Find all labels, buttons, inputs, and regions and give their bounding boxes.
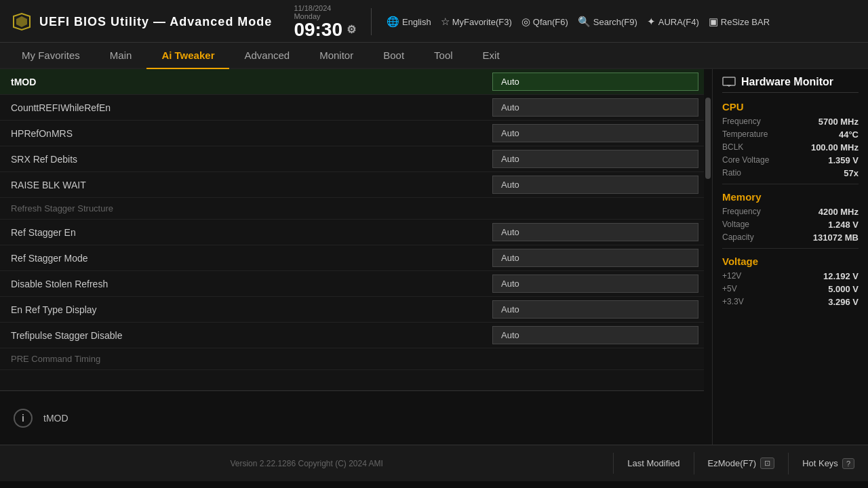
capacity-label: Capacity (722, 232, 754, 243)
nav-my-favorites[interactable]: My Favorites (7, 43, 95, 69)
section-value-placeholder (487, 206, 704, 211)
setting-value-area: Auto (487, 121, 704, 145)
hw-mem-frequency-row: Frequency 4200 MHz (722, 207, 859, 217)
value-box[interactable]: Auto (492, 223, 698, 241)
nav-bar: My Favorites Main Ai Tweaker Advanced Mo… (0, 43, 868, 69)
nav-ai-tweaker[interactable]: Ai Tweaker (146, 43, 229, 69)
core-voltage-label: Core Voltage (722, 155, 769, 165)
value-box[interactable]: Auto (492, 176, 698, 194)
value-box[interactable]: Auto (492, 98, 698, 117)
search-icon: 🔍 (578, 16, 591, 28)
hw-5v-row: +5V 5.000 V (722, 284, 859, 294)
qfan-link[interactable]: ◎ Qfan(F6) (521, 16, 568, 28)
hw-bclk-row: BCLK 100.00 MHz (722, 142, 859, 152)
info-text: tMOD (43, 413, 68, 424)
nav-advanced[interactable]: Advanced (229, 43, 304, 69)
svg-marker-1 (16, 16, 27, 27)
table-row[interactable]: En Ref Type Display Auto (0, 297, 704, 323)
cpu-temperature-value: 44°C (839, 129, 859, 140)
setting-value-area: Auto (487, 323, 704, 347)
setting-value-area: Auto (487, 96, 704, 119)
mem-voltage-value: 1.248 V (828, 220, 859, 230)
setting-value-area: Auto (487, 70, 704, 94)
app-title: UEFI BIOS Utility — Advanced Mode (39, 15, 272, 29)
12v-value: 12.192 V (823, 271, 859, 281)
setting-value-area: Auto (487, 147, 704, 171)
nav-main[interactable]: Main (95, 43, 147, 69)
scrollbar[interactable] (704, 69, 712, 445)
mem-frequency-label: Frequency (722, 207, 761, 217)
value-box[interactable]: Auto (492, 249, 698, 267)
table-row[interactable]: Ref Stagger En Auto (0, 220, 704, 245)
version-text: Version 2.22.1286 Copyright (C) 2024 AMI (0, 459, 613, 468)
monitor-icon (722, 77, 736, 87)
section-label: Refresh Stagger Structure (0, 198, 487, 219)
hw-ratio-row: Ratio 57x (722, 168, 859, 178)
table-row[interactable]: Ref Stagger Mode Auto (0, 245, 704, 271)
content-area: tMOD Auto CounttREFIWhileRefEn Auto HPRe… (0, 69, 712, 445)
main-layout: tMOD Auto CounttREFIWhileRefEn Auto HPRe… (0, 69, 868, 445)
fan-icon: ◎ (521, 16, 530, 28)
table-row[interactable]: Disable Stolen Refresh Auto (0, 271, 704, 297)
setting-label: tMOD (0, 71, 487, 93)
hw-monitor-title: Hardware Monitor (722, 76, 859, 93)
resize-icon: ▣ (709, 16, 718, 28)
settings-icon[interactable]: ⚙ (347, 24, 356, 35)
value-box[interactable]: Auto (492, 326, 698, 344)
cpu-frequency-label: Frequency (722, 117, 761, 127)
language-link[interactable]: 🌐 English (387, 16, 431, 28)
settings-panel: tMOD Auto CounttREFIWhileRefEn Auto HPRe… (0, 69, 704, 445)
33v-label: +3.3V (722, 297, 744, 307)
cpu-temperature-label: Temperature (722, 129, 768, 140)
value-box[interactable]: Auto (492, 73, 698, 91)
table-row[interactable]: HPRefOnMRS Auto (0, 121, 704, 146)
nav-boot[interactable]: Boot (368, 43, 419, 69)
nav-tool[interactable]: Tool (419, 43, 468, 69)
favorite-icon: ☆ (441, 16, 450, 28)
footer: Version 2.22.1286 Copyright (C) 2024 AMI… (0, 445, 868, 481)
section-value-placeholder (487, 357, 704, 362)
aura-link[interactable]: ✦ AURA(F4) (647, 16, 699, 28)
nav-exit[interactable]: Exit (468, 43, 515, 69)
ratio-value: 57x (844, 168, 859, 178)
divider (371, 8, 372, 35)
last-modified-button[interactable]: Last Modified (613, 453, 693, 474)
hw-cpu-frequency-row: Frequency 5700 MHz (722, 117, 859, 127)
hw-cpu-temperature-row: Temperature 44°C (722, 129, 859, 140)
table-row[interactable]: RAISE BLK WAIT Auto (0, 172, 704, 198)
time-display: 09:30 ⚙ (294, 20, 356, 39)
12v-label: +12V (722, 271, 741, 281)
value-box[interactable]: Auto (492, 124, 698, 142)
resize-bar-link[interactable]: ▣ ReSize BAR (709, 16, 770, 28)
setting-label: Disable Stolen Refresh (0, 273, 487, 295)
setting-label: SRX Ref Debits (0, 148, 487, 170)
svg-rect-2 (723, 77, 735, 85)
hardware-monitor-panel: Hardware Monitor CPU Frequency 5700 MHz … (712, 69, 868, 445)
setting-label: Ref Stagger En (0, 222, 487, 243)
header: UEFI BIOS Utility — Advanced Mode 11/18/… (0, 0, 868, 43)
value-box[interactable]: Auto (492, 150, 698, 168)
asus-logo-icon (11, 11, 33, 33)
setting-label: Ref Stagger Mode (0, 247, 487, 269)
value-box[interactable]: Auto (492, 300, 698, 319)
table-row[interactable]: CounttREFIWhileRefEn Auto (0, 95, 704, 121)
my-favorite-link[interactable]: ☆ MyFavorite(F3) (441, 16, 512, 28)
globe-icon: 🌐 (387, 16, 399, 28)
ezmode-button[interactable]: EzMode(F7) ⊡ (694, 452, 789, 474)
33v-value: 3.296 V (828, 297, 859, 307)
nav-monitor[interactable]: Monitor (304, 43, 368, 69)
value-box[interactable]: Auto (492, 274, 698, 293)
scrollbar-thumb[interactable] (705, 98, 711, 179)
bclk-value: 100.00 MHz (811, 142, 859, 152)
aura-icon: ✦ (647, 16, 656, 28)
table-row[interactable]: Trefipulse Stagger Disable Auto (0, 323, 704, 348)
date-display: 11/18/2024Monday (294, 4, 356, 20)
search-link[interactable]: 🔍 Search(F9) (578, 16, 637, 28)
hot-keys-button[interactable]: Hot Keys ? (788, 453, 868, 474)
table-row[interactable]: tMOD Auto (0, 69, 704, 95)
core-voltage-value: 1.359 V (828, 155, 859, 165)
mem-frequency-value: 4200 MHz (818, 207, 859, 217)
logo-area: UEFI BIOS Utility — Advanced Mode (11, 11, 272, 33)
section-label: PRE Command Timing (0, 348, 487, 369)
table-row[interactable]: SRX Ref Debits Auto (0, 146, 704, 172)
